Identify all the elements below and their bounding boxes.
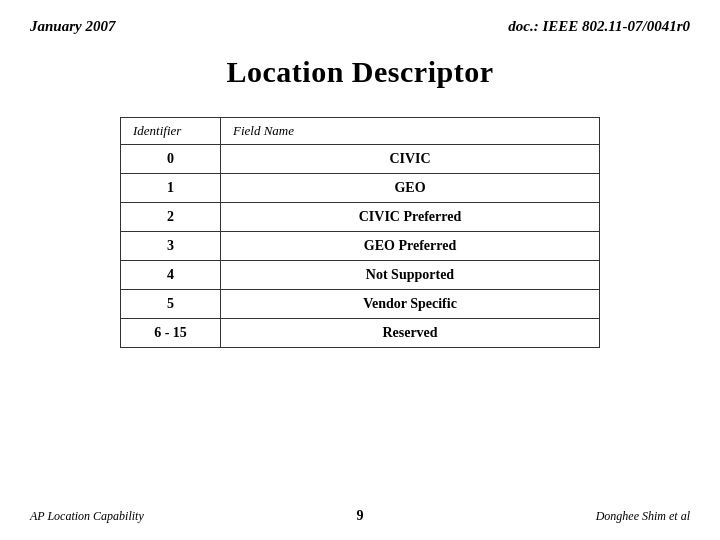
col-field-name: Field Name xyxy=(221,118,600,145)
row-field-name: Vendor Specific xyxy=(221,290,600,319)
row-field-name: GEO xyxy=(221,174,600,203)
table-container: Identifier Field Name 0CIVIC1GEO2CIVIC P… xyxy=(120,117,600,348)
table-row: 6 - 15Reserved xyxy=(121,319,600,348)
footer-right: Donghee Shim et al xyxy=(596,509,690,524)
page-title: Location Descriptor xyxy=(0,55,720,89)
footer-center: 9 xyxy=(357,508,364,524)
row-field-name: Reserved xyxy=(221,319,600,348)
table-row: 4Not Supported xyxy=(121,261,600,290)
header-left: January 2007 xyxy=(30,18,115,35)
footer-left: AP Location Capability xyxy=(30,509,144,524)
table-row: 3GEO Preferred xyxy=(121,232,600,261)
row-field-name: CIVIC Preferred xyxy=(221,203,600,232)
table-row: 1GEO xyxy=(121,174,600,203)
header-right: doc.: IEEE 802.11-07/0041r0 xyxy=(508,18,690,35)
row-field-name: GEO Preferred xyxy=(221,232,600,261)
row-identifier: 0 xyxy=(121,145,221,174)
row-identifier: 6 - 15 xyxy=(121,319,221,348)
table-row: 2CIVIC Preferred xyxy=(121,203,600,232)
row-identifier: 1 xyxy=(121,174,221,203)
row-identifier: 3 xyxy=(121,232,221,261)
row-field-name: Not Supported xyxy=(221,261,600,290)
row-field-name: CIVIC xyxy=(221,145,600,174)
row-identifier: 5 xyxy=(121,290,221,319)
location-descriptor-table: Identifier Field Name 0CIVIC1GEO2CIVIC P… xyxy=(120,117,600,348)
table-row: 0CIVIC xyxy=(121,145,600,174)
row-identifier: 2 xyxy=(121,203,221,232)
row-identifier: 4 xyxy=(121,261,221,290)
table-row: 5Vendor Specific xyxy=(121,290,600,319)
col-identifier: Identifier xyxy=(121,118,221,145)
